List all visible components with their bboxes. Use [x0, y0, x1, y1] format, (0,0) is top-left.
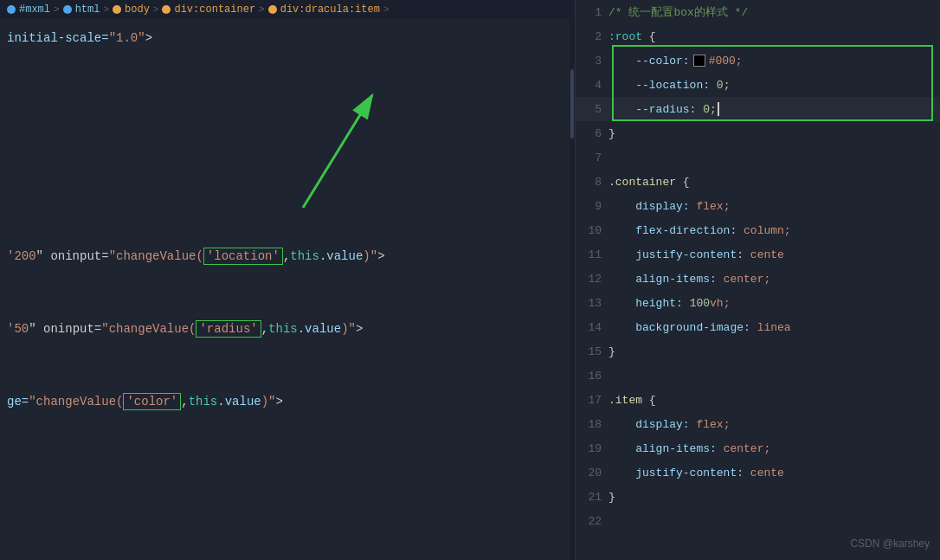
- breadcrumb-div-item: div:dracula:item: [280, 3, 380, 16]
- scrollbar[interactable]: [570, 0, 575, 560]
- line-num-20: 20: [581, 467, 608, 480]
- line-num-15: 15: [581, 345, 608, 358]
- code-comma-2: ,: [261, 322, 268, 336]
- color-swatch: [693, 55, 705, 67]
- breadcrumb-mxml: #mxml: [19, 3, 50, 16]
- code-line-6: [0, 147, 575, 171]
- code-ge: ge=: [7, 395, 29, 409]
- css-val-justify-1: cente: [744, 248, 784, 261]
- css-val-justify-2: cente: [744, 467, 784, 480]
- code-str-200: '200: [7, 249, 36, 263]
- left-panel: #mxml > html > body > div:container > di…: [0, 0, 576, 560]
- code-line-2: [0, 50, 575, 74]
- css-line-9: 9 display: flex;: [576, 194, 940, 218]
- line-num-16: 16: [581, 370, 608, 383]
- breadcrumb-sep-1: >: [54, 4, 60, 15]
- css-prop-justify-2: justify-content:: [608, 467, 744, 480]
- css-val-bgimage: linea: [750, 321, 791, 334]
- css-prop-location: --location:: [608, 79, 710, 92]
- css-line-15: 15 }: [576, 339, 940, 364]
- code-str-cv2: "changeValue(: [101, 322, 196, 336]
- code-str-cv1: "changeValue(: [109, 249, 203, 263]
- editor-container: #mxml > html > body > div:container > di…: [0, 0, 940, 560]
- code-this-2: this: [268, 322, 298, 336]
- code-oninput-2: oninput=: [36, 322, 102, 336]
- line-num-14: 14: [581, 321, 608, 334]
- css-line-2: 2 :root {: [576, 24, 940, 48]
- line-num-4: 4: [581, 79, 608, 92]
- code-line-4: [0, 99, 575, 123]
- css-val-flexdir: column;: [737, 224, 790, 237]
- css-line-4: 4 --location: 0;: [576, 73, 940, 97]
- breadcrumb-body: body: [125, 3, 150, 16]
- code-end-2: )": [341, 322, 356, 336]
- css-val-height: 100: [683, 297, 710, 310]
- code-punct-1: >: [145, 31, 152, 45]
- code-text-1: initial-scale=: [7, 31, 109, 45]
- code-line-12: [0, 293, 575, 317]
- code-value-1: value: [326, 249, 363, 263]
- breadcrumb-dot-5: [268, 5, 277, 14]
- breadcrumb-div-container: div:container: [174, 3, 255, 16]
- css-prop-bgimage: background-image:: [608, 321, 750, 334]
- css-container-sel: .container: [608, 176, 676, 189]
- css-line-8: 8 .container {: [576, 170, 940, 194]
- code-comma-1: ,: [283, 249, 290, 263]
- code-oninput-1: oninput=: [43, 249, 109, 263]
- line-num-7: 7: [581, 151, 608, 164]
- css-prop-alignitems-1: align-items:: [608, 273, 717, 286]
- css-val-alignitems-1: center;: [717, 273, 770, 286]
- css-prop-display-1: display:: [608, 200, 690, 213]
- code-line-9: [0, 220, 575, 244]
- code-gt-3: >: [276, 395, 283, 409]
- css-brace-close-2: }: [608, 345, 615, 358]
- code-line-15: [0, 365, 575, 389]
- code-punct-50: ": [29, 322, 35, 336]
- line-num-6: 6: [581, 127, 608, 140]
- breadcrumb-sep-2: >: [103, 4, 109, 15]
- line-num-18: 18: [581, 418, 608, 431]
- css-brace-close-1: }: [608, 127, 615, 140]
- code-string-1: "1.0": [109, 31, 145, 45]
- code-line-11: [0, 268, 575, 293]
- line-num-22: 22: [581, 515, 608, 528]
- line-num-17: 17: [581, 394, 608, 407]
- css-root-sel: :root: [608, 30, 642, 43]
- code-radius-str: 'radius': [199, 322, 257, 336]
- highlight-radius: 'radius': [196, 320, 261, 338]
- code-end-3: )": [261, 395, 276, 409]
- code-value-2: value: [305, 322, 341, 336]
- css-line-19: 19 align-items: center;: [576, 436, 940, 460]
- breadcrumb-dot-4: [162, 5, 171, 14]
- line-num-1: 1: [581, 6, 608, 19]
- code-location-str: 'location': [207, 249, 280, 263]
- css-space-17: {: [642, 394, 656, 407]
- css-line-22: 22: [576, 509, 940, 533]
- css-space-8: {: [676, 176, 690, 189]
- watermark: CSDN @karshey: [850, 537, 930, 550]
- css-val-location: 0;: [710, 79, 730, 92]
- css-line-16: 16: [576, 364, 940, 388]
- css-prop-flexdir: flex-direction:: [608, 224, 737, 237]
- css-line-6: 6 }: [576, 121, 940, 145]
- code-this-1: this: [290, 249, 319, 263]
- code-color-str: 'color': [126, 395, 177, 409]
- breadcrumb-dot-2: [63, 5, 72, 14]
- code-line-5: [0, 123, 575, 147]
- css-val-alignitems-2: center;: [717, 442, 770, 455]
- code-punct-200: ": [36, 249, 43, 263]
- code-str-cv3: "changeValue(: [29, 395, 123, 409]
- line-num-19: 19: [581, 442, 608, 455]
- code-dot-2: .: [298, 322, 305, 336]
- css-prop-justify-1: justify-content:: [608, 248, 744, 261]
- css-line-1: 1 /* 统一配置box的样式 */: [576, 0, 940, 24]
- left-code-area: initial-scale="1.0"> '200" oninput="chan…: [0, 19, 575, 560]
- css-line-10: 10 flex-direction: column;: [576, 218, 940, 242]
- breadcrumb-dot-3: [113, 5, 121, 14]
- scroll-thumb[interactable]: [570, 69, 574, 138]
- line-num-12: 12: [581, 273, 608, 286]
- code-line-14: [0, 341, 575, 365]
- css-brace-open-1: {: [642, 30, 656, 43]
- code-line-3: [0, 74, 575, 99]
- css-line-18: 18 display: flex;: [576, 412, 940, 436]
